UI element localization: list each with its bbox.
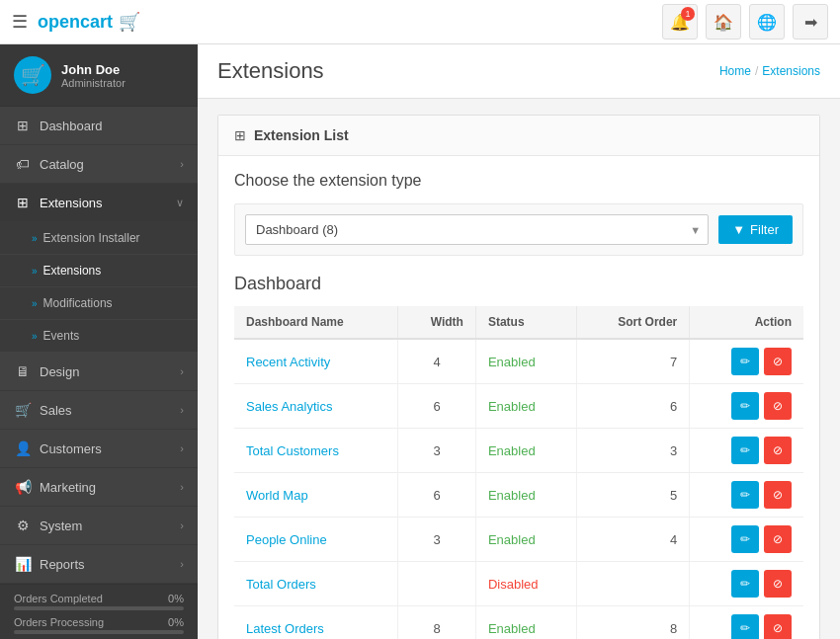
logo-cart-icon: 🛒	[119, 11, 140, 33]
sidebar-item-marketing[interactable]: 📢 Marketing ›	[0, 468, 198, 507]
home-button[interactable]: 🏠	[706, 4, 741, 40]
name-link[interactable]: Total Orders	[246, 577, 316, 592]
logo: opencart 🛒	[38, 11, 140, 33]
hamburger-icon[interactable]: ☰	[12, 11, 28, 33]
cell-action: ✏ ⊘	[690, 339, 803, 384]
cell-name: World Map	[234, 473, 398, 518]
name-link[interactable]: People Online	[246, 532, 327, 547]
logout-button[interactable]: ➡	[793, 4, 828, 40]
main-content: Extensions Home / Extensions ⊞ Extension…	[198, 44, 840, 639]
table-row: World Map 6 Enabled 5 ✏ ⊘	[234, 473, 803, 518]
sidebar-item-label: Dashboard	[40, 119, 184, 133]
col-action: Action	[690, 306, 803, 339]
edit-button[interactable]: ✏	[731, 437, 759, 464]
cell-status: Disabled	[475, 562, 576, 606]
edit-button[interactable]: ✏	[731, 614, 759, 639]
cell-action: ✏ ⊘	[690, 384, 803, 429]
chevron-down-icon: ∨	[176, 197, 184, 209]
sidebar-item-label: System	[40, 519, 172, 533]
cell-action: ✏ ⊘	[690, 518, 803, 562]
breadcrumb-home[interactable]: Home	[719, 64, 751, 78]
cell-width: 8	[398, 606, 475, 640]
sidebar-item-customers[interactable]: 👤 Customers ›	[0, 430, 198, 468]
dashboard-icon: ⊞	[14, 118, 32, 133]
sub-arrow-icon: »	[32, 266, 38, 277]
table-row: Sales Analytics 6 Enabled 6 ✏ ⊘	[234, 384, 803, 429]
delete-button[interactable]: ⊘	[764, 392, 792, 420]
chevron-right-icon: ›	[180, 519, 184, 531]
name-link[interactable]: Total Customers	[246, 443, 339, 458]
cell-status: Enabled	[475, 339, 576, 384]
delete-button[interactable]: ⊘	[764, 570, 792, 598]
edit-button[interactable]: ✏	[731, 348, 759, 375]
table-row: Total Customers 3 Enabled 3 ✏ ⊘	[234, 429, 803, 473]
edit-button[interactable]: ✏	[731, 481, 759, 509]
cell-status: Enabled	[475, 473, 576, 518]
reports-icon: 📊	[14, 556, 32, 572]
filter-row: Dashboard (8) Feeds Modules Payment Repo…	[234, 203, 803, 256]
cell-action: ✏ ⊘	[690, 606, 803, 640]
stat-value: 0%	[168, 593, 184, 604]
sidebar-stats: Orders Completed 0% Orders Processing 0%…	[0, 584, 198, 639]
delete-button[interactable]: ⊘	[764, 525, 792, 553]
globe-button[interactable]: 🌐	[749, 4, 785, 40]
extension-type-select[interactable]: Dashboard (8) Feeds Modules Payment Repo…	[245, 214, 709, 245]
topbar-right: 🔔 1 🏠 🌐 ➡	[662, 4, 828, 40]
stat-orders-processing: Orders Processing 0%	[14, 616, 184, 634]
subitem-modifications[interactable]: » Modifications	[0, 287, 198, 320]
action-buttons: ✏ ⊘	[702, 348, 792, 375]
sidebar-item-catalog[interactable]: 🏷 Catalog ›	[0, 145, 198, 184]
sidebar-item-label: Reports	[40, 557, 172, 572]
table-section-title: Dashboard	[234, 274, 803, 294]
sidebar-item-sales[interactable]: 🛒 Sales ›	[0, 391, 198, 430]
extension-type-label: Choose the extension type	[234, 172, 803, 190]
sidebar-item-dashboard[interactable]: ⊞ Dashboard	[0, 107, 198, 145]
cell-width: 6	[398, 473, 475, 518]
status-badge: Enabled	[488, 621, 536, 636]
delete-button[interactable]: ⊘	[764, 348, 792, 375]
stat-value: 0%	[168, 616, 184, 628]
delete-button[interactable]: ⊘	[764, 437, 792, 464]
status-badge: Enabled	[488, 532, 536, 547]
table-row: Total Orders Disabled ✏ ⊘	[234, 562, 803, 606]
chevron-right-icon: ›	[180, 558, 184, 570]
subitem-label: Extensions	[43, 264, 102, 278]
sidebar-item-reports[interactable]: 📊 Reports ›	[0, 545, 198, 584]
sidebar-item-system[interactable]: ⚙ System ›	[0, 507, 198, 545]
subitem-extensions[interactable]: » Extensions	[0, 255, 198, 287]
action-buttons: ✏ ⊘	[702, 481, 792, 509]
notification-button[interactable]: 🔔 1	[662, 4, 698, 40]
extensions-submenu: » Extension Installer » Extensions » Mod…	[0, 222, 198, 353]
content-area: ⊞ Extension List Choose the extension ty…	[198, 99, 840, 639]
cell-name: Total Customers	[234, 429, 398, 473]
cell-name: Total Orders	[234, 562, 398, 606]
name-link[interactable]: Latest Orders	[246, 621, 324, 636]
delete-button[interactable]: ⊘	[764, 481, 792, 509]
breadcrumb-current[interactable]: Extensions	[762, 64, 820, 78]
card-body: Choose the extension type Dashboard (8) …	[218, 156, 819, 639]
sidebar-user: 🛒 John Doe Administrator	[0, 44, 198, 107]
system-icon: ⚙	[14, 518, 32, 533]
sub-arrow-icon: »	[32, 298, 38, 309]
subitem-events[interactable]: » Events	[0, 320, 198, 353]
status-badge: Enabled	[488, 443, 536, 458]
logout-icon: ➡	[804, 13, 817, 32]
subitem-extension-installer[interactable]: » Extension Installer	[0, 222, 198, 255]
sidebar-item-label: Marketing	[40, 480, 172, 495]
col-status: Status	[475, 306, 576, 339]
card-header: ⊞ Extension List	[218, 116, 819, 156]
sidebar-item-extensions[interactable]: ⊞ Extensions ∨	[0, 184, 198, 222]
sidebar-item-design[interactable]: 🖥 Design ›	[0, 353, 198, 391]
delete-button[interactable]: ⊘	[764, 614, 792, 639]
status-badge: Enabled	[488, 399, 536, 414]
name-link[interactable]: Recent Activity	[246, 355, 330, 369]
name-link[interactable]: Sales Analytics	[246, 399, 332, 414]
edit-button[interactable]: ✏	[731, 525, 759, 553]
edit-button[interactable]: ✏	[731, 392, 759, 420]
cell-sort-order: 7	[576, 339, 690, 384]
name-link[interactable]: World Map	[246, 488, 308, 503]
action-buttons: ✏ ⊘	[702, 614, 792, 639]
edit-button[interactable]: ✏	[731, 570, 759, 598]
home-icon: 🏠	[714, 13, 733, 32]
filter-button[interactable]: ▼ Filter	[718, 215, 793, 244]
